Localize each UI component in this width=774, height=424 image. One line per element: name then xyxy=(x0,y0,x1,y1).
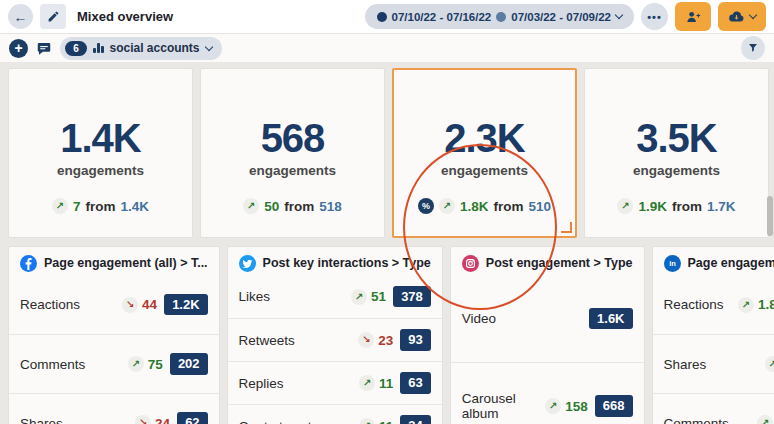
kpi-row: 1.4K engagements ↗ 7 from 1.4K 568 engag… xyxy=(8,68,769,238)
metric-change: ↗ 75 xyxy=(128,356,163,372)
metric-row: Carousel album ↗ 158 668 xyxy=(451,362,644,424)
metric-change: ↘ 23 xyxy=(358,332,393,348)
bar-chart-icon xyxy=(93,43,104,53)
trend-arrow-icon: ↘ xyxy=(122,297,138,313)
accounts-label: social accounts xyxy=(110,41,200,55)
filter-button[interactable] xyxy=(741,36,765,60)
comments-button[interactable] xyxy=(36,41,52,56)
metric-total-badge: 378 xyxy=(393,286,431,308)
trend-arrow-icon: ↗ xyxy=(359,418,375,424)
cloud-export-icon xyxy=(728,9,745,24)
metric-card[interactable]: in Page engagement > Type Reactions ↗ 1.… xyxy=(652,246,774,424)
pencil-icon xyxy=(47,10,60,23)
comment-bubble-icon xyxy=(36,41,52,56)
compare-range-dot-icon xyxy=(496,12,506,22)
kpi-card[interactable]: 1.4K engagements ↗ 7 from 1.4K xyxy=(8,68,193,238)
trend-arrow-icon: ↘ xyxy=(135,415,151,424)
kpi-label: engagements xyxy=(441,163,528,178)
back-button[interactable]: ← xyxy=(8,4,33,29)
metric-card[interactable]: Post engagement > Type Video 1.6K Carous… xyxy=(450,246,645,424)
metric-row: Likes ↗ 51 378 xyxy=(228,275,442,318)
metric-values: ↘ 44 1.2K xyxy=(122,294,208,316)
svg-text:in: in xyxy=(669,259,676,268)
add-widget-button[interactable]: + xyxy=(9,39,28,58)
metric-change: ↗ 9 xyxy=(765,356,774,372)
metric-delta: 11 xyxy=(379,419,393,424)
twitter-icon xyxy=(239,255,256,272)
previous-value-link[interactable]: 1.4K xyxy=(120,199,149,214)
metric-label: Reactions xyxy=(664,297,724,312)
kpi-label: engagements xyxy=(633,163,720,178)
metric-total-badge: 93 xyxy=(400,329,430,351)
from-label: from xyxy=(85,199,115,214)
accounts-count-badge: 6 xyxy=(65,41,87,56)
kpi-value: 1.4K xyxy=(60,118,141,158)
previous-value-link[interactable]: 518 xyxy=(319,199,342,214)
more-options-button[interactable]: ••• xyxy=(641,3,668,30)
metric-label: Likes xyxy=(239,289,271,304)
metric-row: Comments ↗ 14 151 xyxy=(653,393,774,424)
trend-arrow-icon: ↗ xyxy=(757,415,773,424)
metric-label: Shares xyxy=(664,357,707,372)
metric-change: ↗ 11 xyxy=(359,375,393,391)
metric-total-badge: 34 xyxy=(400,415,430,424)
kpi-value: 3.5K xyxy=(636,118,717,158)
metric-values: ↗ 158 668 xyxy=(545,395,632,417)
metric-values: ↗ 51 378 xyxy=(351,286,431,308)
previous-value-link[interactable]: 1.7K xyxy=(707,199,736,214)
metric-delta: 23 xyxy=(378,333,393,348)
trend-arrow-icon: ↗ xyxy=(545,398,561,414)
share-report-button[interactable] xyxy=(675,2,711,31)
metric-row: Reactions ↗ 1.8K 3.2K xyxy=(653,275,774,334)
export-button[interactable] xyxy=(718,2,766,31)
metric-row: Page engagement (all) > T... Reactions ↘… xyxy=(8,246,769,424)
metric-label: Video xyxy=(462,311,496,326)
kpi-delta: 50 xyxy=(264,199,279,214)
metric-change: ↘ 44 xyxy=(122,297,157,313)
metric-card-header: Post engagement > Type xyxy=(451,247,644,275)
metric-card-title: Post key interactions > Type xyxy=(263,256,431,270)
trend-arrow-icon: ↗ xyxy=(52,198,68,214)
ellipsis-icon: ••• xyxy=(647,11,662,23)
metric-row: Quote tweets ↗ 11 34 xyxy=(228,404,442,424)
date-range-selector[interactable]: 07/10/22 - 07/16/22 07/03/22 - 07/09/22 xyxy=(365,4,635,29)
from-label: from xyxy=(284,199,314,214)
metric-change: ↘ 24 xyxy=(135,415,170,424)
filters-toolbar: + 6 social accounts xyxy=(0,34,774,62)
kpi-card[interactable]: 568 engagements ↗ 50 from 518 xyxy=(200,68,385,238)
metric-row: Shares ↘ 24 62 xyxy=(9,393,219,424)
trend-arrow-icon: ↗ xyxy=(243,198,259,214)
metric-label: Shares xyxy=(20,416,63,424)
metric-card[interactable]: Page engagement (all) > T... Reactions ↘… xyxy=(8,246,220,424)
add-person-icon xyxy=(685,9,701,25)
metric-label: Comments xyxy=(664,416,729,424)
metric-card-title: Post engagement > Type xyxy=(486,256,633,270)
dashboard-content: 1.4K engagements ↗ 7 from 1.4K 568 engag… xyxy=(0,62,774,424)
trend-arrow-icon: ↗ xyxy=(128,356,144,372)
from-label: from xyxy=(672,199,702,214)
metric-card[interactable]: Post key interactions > Type Likes ↗ 51 … xyxy=(227,246,443,424)
metric-rows: Reactions ↘ 44 1.2K Comments ↗ 75 202 Sh… xyxy=(9,275,219,424)
kpi-card[interactable]: 3.5K engagements ↗ 1.9K from 1.7K xyxy=(584,68,769,238)
metric-label: Carousel album xyxy=(462,391,545,421)
metric-values: ↘ 24 62 xyxy=(135,412,208,424)
kpi-delta: 1.8K xyxy=(460,199,489,214)
metric-card-header: Post key interactions > Type xyxy=(228,247,442,275)
metric-total-badge: 63 xyxy=(400,372,430,394)
metric-total-badge: 1.2K xyxy=(164,294,207,316)
from-label: from xyxy=(494,199,524,214)
facebook-icon xyxy=(20,255,37,272)
metric-total-badge: 202 xyxy=(170,353,208,375)
filter-funnel-icon xyxy=(747,42,759,54)
metric-card-title: Page engagement > Type xyxy=(688,256,774,270)
metric-values: ↗ 75 202 xyxy=(128,353,208,375)
compare-date-range: 07/03/22 - 07/09/22 xyxy=(511,11,611,23)
previous-value-link[interactable]: 510 xyxy=(529,199,552,214)
vertical-scrollbar-thumb[interactable] xyxy=(767,196,773,236)
chevron-down-icon xyxy=(749,11,757,19)
social-accounts-selector[interactable]: 6 social accounts xyxy=(60,37,222,60)
chevron-down-icon xyxy=(204,42,212,50)
kpi-card[interactable]: 2.3K engagements % ↗ 1.8K from 510 xyxy=(392,68,577,238)
trend-arrow-icon: ↘ xyxy=(358,332,374,348)
edit-report-button[interactable] xyxy=(40,4,66,29)
